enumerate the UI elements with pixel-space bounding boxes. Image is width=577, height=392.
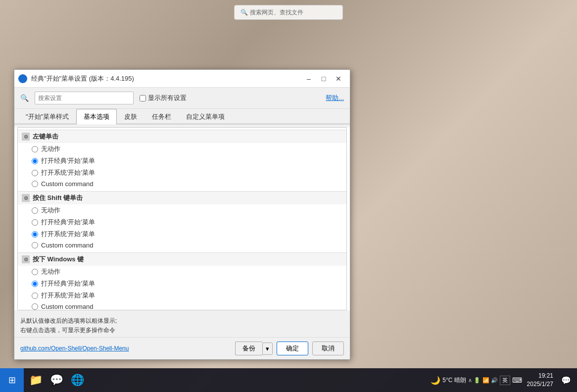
settings-dialog: 经典"开始"菜单设置 (版本：4.4.195) – □ ✕ 🔍 显示所有设置 帮… [14,69,350,360]
section-icon: ⚙ [22,133,30,141]
notification-icon[interactable]: 💬 [558,376,574,385]
radio-label-wk-system: 打开系统'开始'菜单 [41,291,95,300]
radio-sc-system[interactable] [32,231,38,238]
bottom-bar: github.com/Open-Shell/Open-Shell-Menu 备份… [14,337,350,359]
show-all-checkbox[interactable] [140,95,146,101]
start-icon: ⊞ [8,375,16,386]
radio-item-wk-custom[interactable]: Custom command [18,301,346,310]
radio-lc-none[interactable] [32,146,38,152]
help-link[interactable]: 帮助... [326,94,344,102]
taskbar-clock[interactable]: 19:21 2025/1/27 [524,372,556,389]
tab-skin[interactable]: 皮肤 [117,109,144,124]
tab-custom[interactable]: 自定义菜单项 [179,109,232,124]
maximize-button[interactable]: □ [316,71,331,86]
section-header-left-click: ⚙左键单击 [18,130,346,143]
radio-wk-custom[interactable] [32,303,38,310]
dialog-title: 经典"开始"菜单设置 (版本：4.4.195) [31,74,301,83]
radio-lc-classic[interactable] [32,158,38,164]
bottom-buttons: 备份 ▾ 确定 取消 [235,342,344,355]
radio-label-lc-custom: Custom command [41,180,93,188]
language: 英 [500,376,510,385]
chat-icon: 💬 [50,374,63,387]
radio-item-wk-classic[interactable]: 打开经典'开始'菜单 [18,278,346,290]
toolbar-search-icon: 🔍 [20,94,29,102]
keyboard-icon: ⌨ [512,376,522,384]
radio-label-lc-classic: 打开经典'开始'菜单 [41,156,95,165]
title-bar: 经典"开始"菜单设置 (版本：4.4.195) – □ ✕ [14,70,350,88]
radio-label-sc-custom: Custom command [41,242,93,249]
radio-label-sc-system: 打开系统'开始'菜单 [41,230,95,239]
radio-wk-classic[interactable] [32,281,38,287]
radio-item-wk-none[interactable]: 无动作 [18,266,346,278]
radio-label-sc-classic: 打开经典'开始'菜单 [41,218,95,227]
github-link[interactable]: github.com/Open-Shell/Open-Shell-Menu [20,345,129,352]
taskbar-icon-files[interactable]: 📁 [26,370,46,390]
radio-item-sc-classic[interactable]: 打开经典'开始'菜单 [18,216,346,228]
radio-label-wk-none: 无动作 [41,267,60,276]
radio-item-sc-system[interactable]: 打开系统'开始'菜单 [18,228,346,240]
taskbar-right: 🌙 5°C 晴朗 ∧ 🔋 📶 🔊 英 ⌨ 19:21 2025/1/27 💬 [431,372,577,389]
show-all-text: 显示所有设置 [148,94,187,102]
radio-wk-none[interactable] [32,269,38,275]
browser-icon: 🌐 [71,374,84,387]
radio-sc-classic[interactable] [32,219,38,226]
radio-sc-custom[interactable] [32,242,38,248]
files-icon: 📁 [29,374,43,387]
section-header-shift-click: ⚙按住 Shift 键单击 [18,191,346,204]
footer-note: 从默认值修改后的选项将以粗体显示; 右键点击选项，可显示更多操作命令 [14,313,350,337]
radio-item-lc-none[interactable]: 无动作 [18,143,346,155]
taskbar-icons: 📁 💬 🌐 [24,370,87,390]
section-icon: ⚙ [22,194,30,202]
radio-item-lc-custom[interactable]: Custom command [18,179,346,189]
section-icon: ⚙ [22,255,30,263]
close-button[interactable]: ✕ [331,71,346,86]
settings-search-input[interactable] [35,92,134,104]
app-icon [18,74,27,83]
radio-lc-custom[interactable] [32,181,38,187]
footer-note-line2: 右键点击选项，可显示更多操作命令 [20,326,344,335]
radio-wk-system[interactable] [32,293,38,299]
taskbar-search[interactable]: 🔍 搜索网页、查找文件 [234,5,343,20]
radio-item-sc-none[interactable]: 无动作 [18,204,346,216]
radio-item-sc-custom[interactable]: Custom command [18,240,346,250]
window-controls: – □ ✕ [301,71,346,86]
tab-basic[interactable]: 基本选项 [76,109,117,124]
clock-date: 2025/1/27 [527,380,553,389]
settings-list[interactable]: ⚙左键单击无动作打开经典'开始'菜单打开系统'开始'菜单Custom comma… [17,127,347,310]
backup-button-group: 备份 ▾ [235,342,273,355]
weather: 晴朗 [454,376,466,385]
section-header-win-key: ⚙按下 Windows 键 [18,252,346,266]
minimize-button[interactable]: – [301,71,316,86]
radio-item-wk-system[interactable]: 打开系统'开始'菜单 [18,290,346,301]
toolbar: 🔍 显示所有设置 帮助... [14,88,350,109]
radio-label-lc-none: 无动作 [41,145,60,153]
confirm-button[interactable]: 确定 [277,342,308,355]
radio-label-lc-system: 打开系统'开始'菜单 [41,168,95,177]
taskbar-icon-browser[interactable]: 🌐 [67,370,87,390]
radio-label-sc-none: 无动作 [41,206,60,215]
temperature: 5°C [442,377,452,384]
content-area: ⚙左键单击无动作打开经典'开始'菜单打开系统'开始'菜单Custom comma… [14,127,350,310]
start-button[interactable]: ⊞ [0,368,24,392]
taskbar-icon-chat[interactable]: 💬 [47,370,66,390]
system-tray-moon: 🌙 [431,376,440,385]
tab-style[interactable]: "开始"菜单样式 [18,109,76,124]
taskbar: ⊞ 📁 💬 🌐 🌙 5°C 晴朗 ∧ 🔋 📶 🔊 英 ⌨ 19:21 2025/… [0,368,577,392]
tab-taskbar[interactable]: 任务栏 [144,109,179,124]
tab-bar: "开始"菜单样式 基本选项 皮肤 任务栏 自定义菜单项 [14,109,350,124]
search-icon: 🔍 [240,9,248,16]
radio-lc-system[interactable] [32,170,38,176]
radio-item-lc-system[interactable]: 打开系统'开始'菜单 [18,167,346,179]
radio-sc-none[interactable] [32,207,38,214]
system-icons: ∧ 🔋 📶 🔊 [468,377,497,384]
cancel-button[interactable]: 取消 [312,342,344,355]
radio-label-wk-classic: 打开经典'开始'菜单 [41,279,95,288]
backup-button[interactable]: 备份 [235,342,262,355]
backup-arrow-button[interactable]: ▾ [262,343,273,355]
radio-label-wk-custom: Custom command [41,303,93,310]
footer-note-line1: 从默认值修改后的选项将以粗体显示; [20,316,344,326]
clock-time: 19:21 [527,372,553,380]
show-all-label[interactable]: 显示所有设置 [140,94,187,102]
search-placeholder: 搜索网页、查找文件 [250,8,303,17]
radio-item-lc-classic[interactable]: 打开经典'开始'菜单 [18,155,346,167]
